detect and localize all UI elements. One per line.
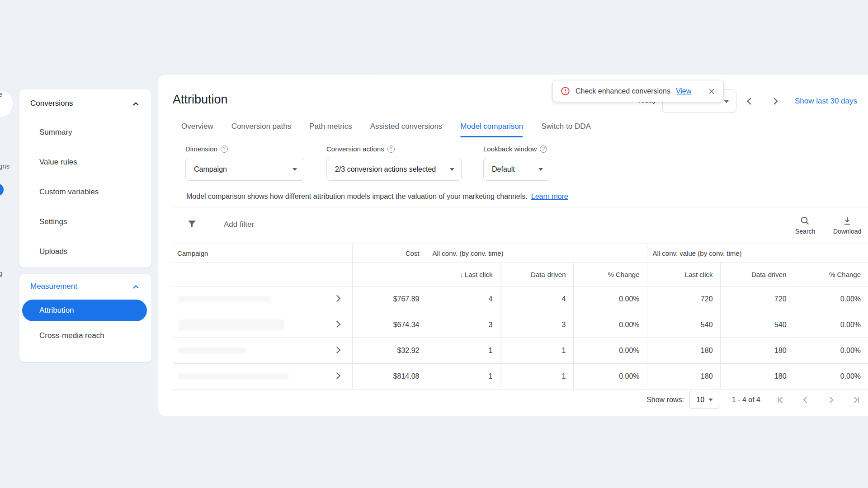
- lookback-window-select[interactable]: Default: [483, 158, 550, 181]
- sidebar-item-value-rules[interactable]: Value rules: [19, 147, 151, 177]
- description-text: Model comparison shows how different att…: [186, 192, 528, 200]
- next-page-button[interactable]: [823, 392, 839, 408]
- rows-per-page-value: 10: [696, 396, 704, 404]
- column-header-value-last-click[interactable]: Last click: [647, 263, 720, 286]
- column-header-value-data-driven[interactable]: Data-driven: [720, 263, 794, 286]
- sidebar-item-settings[interactable]: Settings: [19, 207, 151, 237]
- chevron-up-icon: [133, 285, 139, 291]
- column-group-all-conv-value: All conv. value (by conv. time): [647, 244, 868, 263]
- expand-row-icon[interactable]: [333, 372, 340, 380]
- model-comparison-description: Model comparison shows how different att…: [186, 192, 568, 201]
- download-icon: [842, 216, 853, 226]
- cutoff-nav-text: e: [0, 90, 2, 98]
- cost-value: $814.08: [352, 364, 427, 389]
- redacted-campaign-name: [178, 319, 284, 330]
- column-header-campaign[interactable]: Campaign: [173, 244, 352, 263]
- tab-conversion-paths[interactable]: Conversion paths: [231, 122, 291, 137]
- tab-model-comparison[interactable]: Model comparison: [460, 122, 523, 137]
- conversion-actions-filter-label: Conversion actions ?: [326, 145, 395, 153]
- sidebar-section-conversions[interactable]: Conversions: [19, 89, 151, 117]
- cutoff-selected-nav-pill[interactable]: [0, 183, 4, 196]
- cost-value: $674.34: [352, 312, 427, 338]
- sidebar-item-custom-variables[interactable]: Custom variables: [19, 177, 151, 207]
- rows-per-page-select[interactable]: 10: [689, 391, 720, 409]
- learn-more-link[interactable]: Learn more: [531, 192, 568, 200]
- value-last-click-value: 720: [647, 286, 720, 312]
- expand-row-icon[interactable]: [333, 295, 340, 302]
- download-button[interactable]: Download: [833, 216, 861, 235]
- column-header-cost[interactable]: Cost: [352, 244, 427, 263]
- date-next-button[interactable]: [769, 95, 781, 107]
- tab-path-metrics[interactable]: Path metrics: [309, 122, 352, 137]
- help-icon[interactable]: ?: [221, 145, 228, 153]
- table-row: $767.89 4 4 0.00% 720 720 0.00%: [173, 286, 868, 312]
- campaign-name-cell: [173, 338, 352, 364]
- conv-change-value: 0.00%: [573, 338, 647, 364]
- campaign-name-cell: [173, 286, 352, 312]
- sidebar-item-cross-media-reach[interactable]: Cross-media reach: [19, 324, 151, 347]
- cost-value: $32.92: [352, 338, 427, 364]
- pager-controls: [772, 392, 864, 408]
- conv-change-value: 0.00%: [573, 312, 647, 338]
- sidebar-item-label: Custom variables: [39, 188, 99, 197]
- conv-last-click-value: 1: [427, 364, 500, 389]
- cutoff-nav-text: gns: [0, 162, 9, 170]
- dimension-select[interactable]: Campaign: [185, 158, 304, 181]
- sidebar-item-label: Attribution: [39, 306, 74, 315]
- filter-funnel-icon[interactable]: [186, 218, 198, 230]
- toast-view-link[interactable]: View: [676, 87, 691, 95]
- tab-assisted-conversions[interactable]: Assisted conversions: [370, 122, 443, 137]
- sidebar-item-attribution-active[interactable]: Attribution: [22, 300, 147, 321]
- search-icon: [800, 216, 811, 226]
- table-row: $814.08 1 1 0.00% 180 180 0.00%: [173, 364, 868, 389]
- sidebar-conversions-card: Conversions Summary Value rules Custom v…: [19, 89, 151, 267]
- column-header-conv-data-driven[interactable]: Data-driven: [500, 263, 573, 286]
- chevron-up-icon: [133, 102, 139, 108]
- value-last-click-value: 180: [647, 338, 720, 364]
- expand-row-icon[interactable]: [333, 347, 340, 354]
- value-data-driven-value: 180: [720, 364, 794, 389]
- column-group-all-conv: All conv. (by conv. time): [427, 244, 647, 263]
- sidebar-item-label: Settings: [39, 217, 67, 226]
- add-filter-button[interactable]: Add filter: [224, 220, 254, 229]
- column-header-value-change[interactable]: % Change: [794, 263, 868, 286]
- conv-last-click-value: 4: [427, 286, 500, 312]
- help-icon[interactable]: ?: [540, 145, 547, 153]
- tab-switch-to-dda[interactable]: Switch to DDA: [541, 122, 591, 137]
- value-data-driven-value: 540: [720, 312, 794, 338]
- chevron-down-icon: [708, 399, 713, 401]
- value-change-value: 0.00%: [794, 338, 868, 364]
- show-last-30-days-link[interactable]: Show last 30 days: [795, 97, 857, 106]
- expand-row-icon[interactable]: [333, 321, 340, 328]
- value-last-click-value: 540: [647, 312, 720, 338]
- sidebar-item-uploads[interactable]: Uploads: [19, 237, 151, 267]
- column-header-conv-change[interactable]: % Change: [573, 263, 647, 286]
- search-label: Search: [795, 228, 815, 235]
- filter-label-text: Conversion actions: [326, 145, 384, 153]
- chevron-down-icon: [538, 168, 543, 171]
- main-content-panel: Attribution Today Show last 30 days Over…: [158, 75, 868, 416]
- cutoff-nav-text: g: [0, 269, 2, 277]
- first-page-button[interactable]: [772, 392, 788, 408]
- conversion-actions-select[interactable]: 2/3 conversion actions selected: [326, 158, 462, 181]
- date-prev-button[interactable]: [744, 95, 755, 107]
- column-header-conv-last-click[interactable]: ↓Last click: [427, 263, 500, 286]
- redacted-campaign-name: [178, 296, 271, 302]
- select-value: Campaign: [194, 165, 227, 174]
- row-range-label: 1 - 4 of 4: [732, 396, 760, 404]
- help-icon[interactable]: ?: [387, 145, 395, 153]
- table-pagination: Show rows: 10 1 - 4 of 4: [646, 391, 864, 409]
- show-rows-label: Show rows:: [646, 396, 684, 404]
- prev-page-button[interactable]: [797, 392, 814, 408]
- close-icon[interactable]: [707, 87, 716, 96]
- sidebar-item-label: Value rules: [39, 158, 77, 167]
- section-title: Measurement: [30, 282, 77, 291]
- campaign-name-cell: [173, 312, 352, 338]
- last-page-button[interactable]: [848, 392, 864, 408]
- attribution-tabs: Overview Conversion paths Path metrics A…: [181, 122, 591, 137]
- sidebar-item-label: Uploads: [39, 247, 67, 256]
- tab-overview[interactable]: Overview: [181, 122, 213, 137]
- search-button[interactable]: Search: [795, 216, 815, 235]
- sidebar-section-measurement[interactable]: Measurement: [19, 274, 151, 299]
- sidebar-item-summary[interactable]: Summary: [19, 117, 151, 147]
